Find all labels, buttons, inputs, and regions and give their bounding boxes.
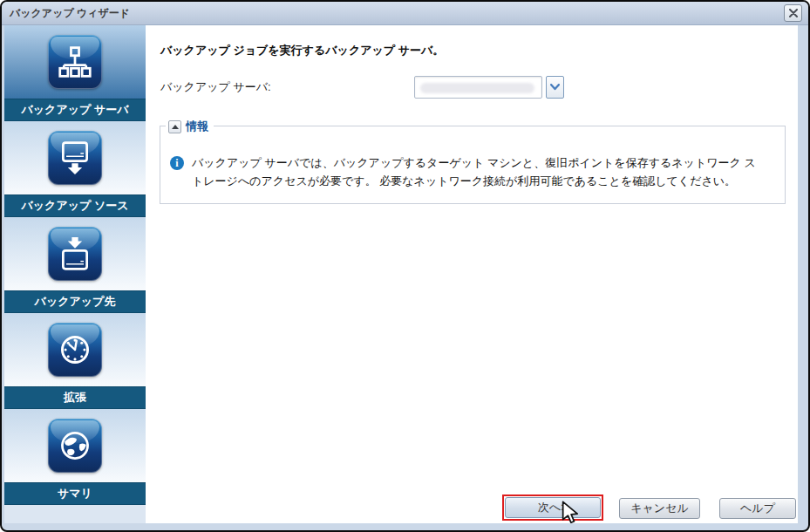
backup-server-label: バックアップ サーバ: — [160, 76, 271, 99]
step-backup-source: バックアップ ソース — [4, 121, 146, 217]
step-backup-source-label: バックアップ ソース — [4, 194, 146, 217]
globe-icon — [48, 419, 102, 473]
wizard-steps-sidebar: バックアップ サーバ バックアップ ソース — [4, 25, 146, 523]
collapse-toggle-button[interactable] — [168, 120, 181, 133]
step-backup-server: バックアップ サーバ — [4, 25, 146, 121]
step-backup-destination-icon-area — [4, 217, 146, 290]
step-summary-icon-area — [4, 409, 146, 482]
clock-icon — [48, 323, 102, 377]
backup-wizard-dialog: バックアップ ウィザード — [0, 0, 810, 532]
info-icon: i — [170, 156, 184, 170]
step-backup-server-label: バックアップ サーバ — [4, 99, 146, 121]
chevron-down-icon — [550, 84, 560, 91]
close-button[interactable] — [784, 4, 802, 22]
page-title: バックアップ ジョブを実行するバックアップ サーバ。 — [160, 43, 444, 58]
info-message: i バックアップ サーバでは、バックアップするターゲット マシンと、復旧ポイント… — [160, 126, 785, 191]
network-tree-icon — [48, 35, 102, 89]
backup-server-combobox[interactable] — [414, 76, 564, 99]
disk-export-icon — [48, 131, 102, 185]
next-button[interactable]: 次へ> — [505, 497, 601, 518]
disk-import-icon — [48, 227, 102, 281]
wizard-page-backup-server: バックアップ ジョブを実行するバックアップ サーバ。 バックアップ サーバ: — [146, 25, 798, 523]
info-groupbox-legend: 情報 — [166, 119, 214, 134]
close-icon — [789, 9, 798, 17]
step-backup-server-icon-area — [4, 25, 146, 99]
info-groupbox: 情報 i バックアップ サーバでは、バックアップするターゲット マシンと、復旧ポ… — [160, 126, 786, 204]
redacted-server-name — [420, 83, 534, 93]
cancel-button[interactable]: キャンセル — [619, 498, 700, 519]
backup-server-select-value[interactable] — [414, 76, 542, 99]
step-backup-source-icon-area — [4, 121, 146, 194]
annotation-highlight-red-box: 次へ> — [502, 494, 603, 521]
combobox-dropdown-button[interactable] — [546, 76, 564, 99]
step-summary: サマリ — [4, 409, 146, 505]
step-backup-destination-label: バックアップ先 — [4, 290, 146, 313]
triangle-up-icon — [172, 125, 179, 129]
info-text: バックアップ サーバでは、バックアップするターゲット マシンと、復旧ポイントを保… — [192, 154, 766, 191]
info-legend-text: 情報 — [186, 119, 208, 134]
step-summary-label: サマリ — [4, 482, 146, 505]
dialog-titlebar: バックアップ ウィザード — [2, 2, 808, 25]
step-advanced-label: 拡張 — [4, 386, 146, 409]
help-button[interactable]: ヘルプ — [719, 498, 796, 519]
dialog-body: バックアップ サーバ バックアップ ソース — [4, 25, 798, 523]
step-advanced: 拡張 — [4, 313, 146, 409]
step-backup-destination: バックアップ先 — [4, 217, 146, 313]
dialog-title: バックアップ ウィザード — [10, 6, 130, 21]
step-advanced-icon-area — [4, 313, 146, 386]
